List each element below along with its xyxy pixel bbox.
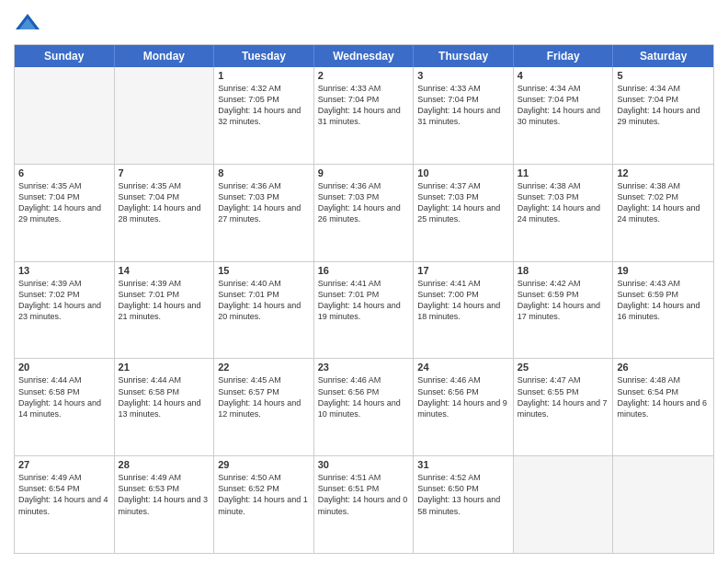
calendar-cell: 3Sunrise: 4:33 AMSunset: 7:04 PMDaylight…	[414, 67, 514, 164]
day-number: 12	[617, 167, 710, 178]
calendar-row: 1Sunrise: 4:32 AMSunset: 7:05 PMDaylight…	[15, 67, 713, 164]
calendar-cell: 10Sunrise: 4:37 AMSunset: 7:03 PMDayligh…	[414, 165, 514, 261]
calendar-cell	[115, 67, 215, 164]
cell-info: Sunrise: 4:35 AMSunset: 7:04 PMDaylight:…	[119, 180, 210, 225]
day-number: 31	[417, 459, 509, 470]
cell-info: Sunrise: 4:32 AMSunset: 7:05 PMDaylight:…	[218, 83, 310, 128]
calendar-row: 13Sunrise: 4:39 AMSunset: 7:02 PMDayligh…	[15, 261, 713, 359]
day-number: 22	[218, 362, 310, 373]
calendar-cell: 7Sunrise: 4:35 AMSunset: 7:04 PMDaylight…	[115, 165, 215, 261]
calendar-cell: 12Sunrise: 4:38 AMSunset: 7:02 PMDayligh…	[613, 165, 713, 261]
calendar-cell: 1Sunrise: 4:32 AMSunset: 7:05 PMDaylight…	[214, 67, 314, 164]
cell-info: Sunrise: 4:34 AMSunset: 7:04 PMDaylight:…	[617, 83, 710, 128]
day-number: 15	[218, 265, 310, 276]
day-number: 24	[417, 362, 509, 373]
calendar-body: 1Sunrise: 4:32 AMSunset: 7:05 PMDaylight…	[15, 67, 713, 553]
day-number: 19	[617, 265, 710, 276]
cell-info: Sunrise: 4:33 AMSunset: 7:04 PMDaylight:…	[318, 83, 410, 128]
day-number: 5	[617, 70, 710, 81]
day-number: 26	[617, 362, 710, 373]
calendar-cell: 14Sunrise: 4:39 AMSunset: 7:01 PMDayligh…	[115, 262, 215, 359]
cell-info: Sunrise: 4:46 AMSunset: 6:56 PMDaylight:…	[417, 374, 509, 419]
calendar-cell: 8Sunrise: 4:36 AMSunset: 7:03 PMDaylight…	[214, 165, 314, 261]
calendar-cell	[514, 456, 614, 553]
calendar-cell: 19Sunrise: 4:43 AMSunset: 6:59 PMDayligh…	[613, 262, 713, 359]
cell-info: Sunrise: 4:44 AMSunset: 6:58 PMDaylight:…	[18, 374, 110, 419]
day-number: 28	[119, 459, 210, 470]
calendar-row: 27Sunrise: 4:49 AMSunset: 6:54 PMDayligh…	[15, 455, 713, 553]
calendar-cell: 26Sunrise: 4:48 AMSunset: 6:54 PMDayligh…	[613, 359, 713, 455]
day-number: 10	[417, 167, 509, 178]
day-number: 4	[518, 70, 609, 81]
day-number: 25	[518, 362, 609, 373]
day-number: 23	[318, 362, 410, 373]
cell-info: Sunrise: 4:41 AMSunset: 7:01 PMDaylight:…	[318, 278, 410, 323]
cell-info: Sunrise: 4:49 AMSunset: 6:53 PMDaylight:…	[119, 472, 210, 517]
cell-info: Sunrise: 4:47 AMSunset: 6:55 PMDaylight:…	[518, 374, 609, 419]
calendar: SundayMondayTuesdayWednesdayThursdayFrid…	[14, 44, 714, 554]
weekday-header: Sunday	[15, 45, 115, 67]
cell-info: Sunrise: 4:49 AMSunset: 6:54 PMDaylight:…	[18, 472, 110, 517]
calendar-row: 6Sunrise: 4:35 AMSunset: 7:04 PMDaylight…	[15, 164, 713, 261]
calendar-cell: 27Sunrise: 4:49 AMSunset: 6:54 PMDayligh…	[15, 456, 115, 553]
calendar-cell: 16Sunrise: 4:41 AMSunset: 7:01 PMDayligh…	[314, 262, 415, 359]
cell-info: Sunrise: 4:50 AMSunset: 6:52 PMDaylight:…	[218, 472, 310, 517]
page: SundayMondayTuesdayWednesdayThursdayFrid…	[0, 0, 728, 563]
day-number: 30	[318, 459, 410, 470]
weekday-header: Wednesday	[314, 45, 415, 67]
cell-info: Sunrise: 4:42 AMSunset: 6:59 PMDaylight:…	[518, 278, 609, 323]
calendar-cell: 2Sunrise: 4:33 AMSunset: 7:04 PMDaylight…	[314, 67, 415, 164]
logo-icon	[14, 9, 41, 37]
calendar-cell: 30Sunrise: 4:51 AMSunset: 6:51 PMDayligh…	[314, 456, 415, 553]
day-number: 11	[518, 167, 609, 178]
calendar-cell: 6Sunrise: 4:35 AMSunset: 7:04 PMDaylight…	[15, 165, 115, 261]
day-number: 18	[518, 265, 609, 276]
header	[14, 9, 714, 37]
cell-info: Sunrise: 4:41 AMSunset: 7:00 PMDaylight:…	[417, 278, 509, 323]
cell-info: Sunrise: 4:48 AMSunset: 6:54 PMDaylight:…	[617, 374, 710, 419]
calendar-cell: 29Sunrise: 4:50 AMSunset: 6:52 PMDayligh…	[214, 456, 314, 553]
cell-info: Sunrise: 4:36 AMSunset: 7:03 PMDaylight:…	[318, 180, 410, 225]
calendar-cell: 18Sunrise: 4:42 AMSunset: 6:59 PMDayligh…	[514, 262, 614, 359]
day-number: 21	[119, 362, 210, 373]
day-number: 8	[218, 167, 310, 178]
cell-info: Sunrise: 4:38 AMSunset: 7:03 PMDaylight:…	[518, 180, 609, 225]
weekday-header: Friday	[514, 45, 614, 67]
day-number: 2	[318, 70, 410, 81]
calendar-cell: 15Sunrise: 4:40 AMSunset: 7:01 PMDayligh…	[214, 262, 314, 359]
day-number: 20	[18, 362, 110, 373]
calendar-cell: 13Sunrise: 4:39 AMSunset: 7:02 PMDayligh…	[15, 262, 115, 359]
calendar-cell: 31Sunrise: 4:52 AMSunset: 6:50 PMDayligh…	[414, 456, 514, 553]
calendar-cell: 20Sunrise: 4:44 AMSunset: 6:58 PMDayligh…	[15, 359, 115, 455]
cell-info: Sunrise: 4:38 AMSunset: 7:02 PMDaylight:…	[617, 180, 710, 225]
cell-info: Sunrise: 4:35 AMSunset: 7:04 PMDaylight:…	[18, 180, 110, 225]
day-number: 3	[417, 70, 509, 81]
calendar-row: 20Sunrise: 4:44 AMSunset: 6:58 PMDayligh…	[15, 358, 713, 455]
calendar-cell: 17Sunrise: 4:41 AMSunset: 7:00 PMDayligh…	[414, 262, 514, 359]
day-number: 14	[119, 265, 210, 276]
calendar-cell: 28Sunrise: 4:49 AMSunset: 6:53 PMDayligh…	[115, 456, 215, 553]
calendar-cell: 21Sunrise: 4:44 AMSunset: 6:58 PMDayligh…	[115, 359, 215, 455]
weekday-header: Thursday	[414, 45, 514, 67]
weekday-header: Monday	[115, 45, 215, 67]
cell-info: Sunrise: 4:34 AMSunset: 7:04 PMDaylight:…	[518, 83, 609, 128]
day-number: 1	[218, 70, 310, 81]
cell-info: Sunrise: 4:45 AMSunset: 6:57 PMDaylight:…	[218, 374, 310, 419]
day-number: 29	[218, 459, 310, 470]
logo	[14, 9, 45, 37]
cell-info: Sunrise: 4:46 AMSunset: 6:56 PMDaylight:…	[318, 374, 410, 419]
day-number: 17	[417, 265, 509, 276]
cell-info: Sunrise: 4:33 AMSunset: 7:04 PMDaylight:…	[417, 83, 509, 128]
cell-info: Sunrise: 4:39 AMSunset: 7:02 PMDaylight:…	[18, 278, 110, 323]
cell-info: Sunrise: 4:44 AMSunset: 6:58 PMDaylight:…	[119, 374, 210, 419]
cell-info: Sunrise: 4:39 AMSunset: 7:01 PMDaylight:…	[119, 278, 210, 323]
calendar-header: SundayMondayTuesdayWednesdayThursdayFrid…	[15, 45, 713, 67]
cell-info: Sunrise: 4:36 AMSunset: 7:03 PMDaylight:…	[218, 180, 310, 225]
day-number: 6	[18, 167, 110, 178]
calendar-cell: 11Sunrise: 4:38 AMSunset: 7:03 PMDayligh…	[514, 165, 614, 261]
calendar-cell	[15, 67, 115, 164]
weekday-header: Saturday	[613, 45, 713, 67]
calendar-cell: 5Sunrise: 4:34 AMSunset: 7:04 PMDaylight…	[613, 67, 713, 164]
calendar-cell	[613, 456, 713, 553]
cell-info: Sunrise: 4:43 AMSunset: 6:59 PMDaylight:…	[617, 278, 710, 323]
